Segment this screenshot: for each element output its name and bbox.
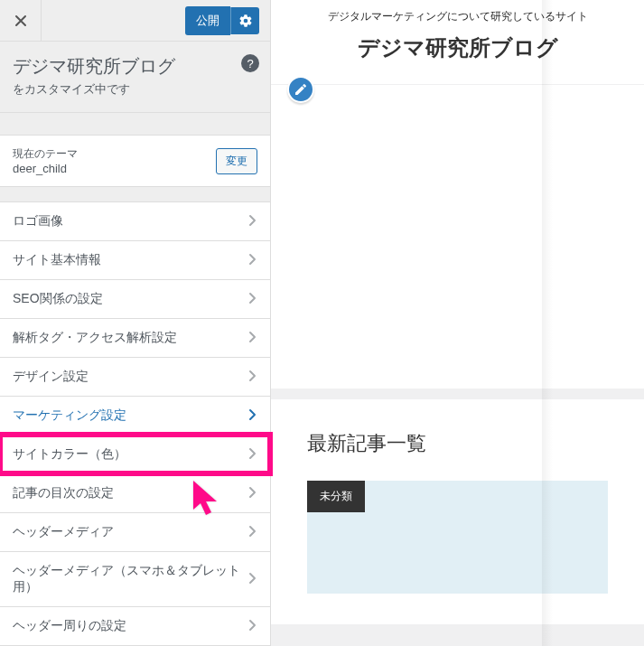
publish-button[interactable]: 公開 xyxy=(185,6,230,35)
preview-header: デジタルマーケティングについて研究しているサイト デジマ研究所ブログ xyxy=(271,0,644,85)
chevron-right-icon xyxy=(248,447,257,463)
menu-item-9[interactable]: ヘッダーメディア（スマホ＆タブレット用） xyxy=(0,551,270,606)
chevron-right-icon xyxy=(248,486,257,501)
panel-subtitle: をカスタマイズ中です xyxy=(13,81,259,98)
pencil-icon xyxy=(294,82,308,97)
chevron-right-icon xyxy=(248,214,257,229)
customizer-menu: ロゴ画像サイト基本情報SEO関係の設定解析タグ・アクセス解析設定デザイン設定マー… xyxy=(0,201,270,646)
menu-item-label: ヘッダーメディア（スマホ＆タブレット用） xyxy=(13,563,248,595)
chevron-right-icon xyxy=(248,370,257,385)
publish-settings-button[interactable] xyxy=(230,7,259,34)
theme-row: 現在のテーマ deer_child 変更 xyxy=(0,135,270,187)
menu-item-7[interactable]: 記事の目次の設定 xyxy=(0,473,270,512)
customizer-topbar: 公開 xyxy=(0,0,270,42)
menu-item-label: ヘッダーメディア xyxy=(13,524,114,540)
chevron-right-icon xyxy=(248,525,257,540)
chevron-right-icon xyxy=(248,408,257,424)
chevron-right-icon xyxy=(248,253,257,268)
menu-item-label: サイトカラー（色） xyxy=(13,446,126,463)
menu-item-4[interactable]: デザイン設定 xyxy=(0,357,270,396)
menu-item-label: 記事の目次の設定 xyxy=(13,485,114,501)
panel-title-block: デジマ研究所ブログ をカスタマイズ中です ? xyxy=(0,42,270,113)
edit-shortcut-button[interactable] xyxy=(287,76,314,103)
gear-icon xyxy=(238,14,253,28)
help-button[interactable]: ? xyxy=(241,54,259,72)
close-button[interactable] xyxy=(0,0,42,42)
preview-site-title: デジマ研究所ブログ xyxy=(280,30,635,66)
menu-item-label: SEO関係の設定 xyxy=(13,291,103,307)
menu-item-label: ロゴ画像 xyxy=(13,213,63,229)
menu-item-label: 解析タグ・アクセス解析設定 xyxy=(13,330,177,346)
preview-content: 最新記事一覧 未分類 xyxy=(271,399,644,624)
menu-item-10[interactable]: ヘッダー周りの設定 xyxy=(0,606,270,646)
chevron-right-icon xyxy=(248,619,257,634)
menu-item-3[interactable]: 解析タグ・アクセス解析設定 xyxy=(0,318,270,357)
theme-label: 現在のテーマ xyxy=(13,146,78,162)
chevron-right-icon xyxy=(248,292,257,307)
menu-item-2[interactable]: SEO関係の設定 xyxy=(0,279,270,318)
menu-item-0[interactable]: ロゴ画像 xyxy=(0,201,270,240)
change-theme-button[interactable]: 変更 xyxy=(216,148,257,174)
category-badge[interactable]: 未分類 xyxy=(307,481,365,512)
menu-item-6[interactable]: サイトカラー（色） xyxy=(0,435,270,473)
preview-tagline: デジタルマーケティングについて研究しているサイト xyxy=(280,5,635,30)
theme-name: deer_child xyxy=(13,162,78,175)
chevron-right-icon xyxy=(248,572,257,587)
post-card[interactable]: 未分類 xyxy=(307,481,608,594)
menu-item-label: マーケティング設定 xyxy=(13,407,126,424)
menu-item-8[interactable]: ヘッダーメディア xyxy=(0,512,270,551)
menu-item-label: ヘッダー周りの設定 xyxy=(13,618,126,634)
menu-item-5[interactable]: マーケティング設定 xyxy=(0,396,270,435)
preview-pane: デジタルマーケティングについて研究しているサイト デジマ研究所ブログ 最新記事一… xyxy=(271,0,644,646)
menu-item-label: サイト基本情報 xyxy=(13,252,101,268)
latest-posts-heading: 最新記事一覧 xyxy=(307,430,608,457)
close-icon xyxy=(14,14,28,28)
site-title: デジマ研究所ブログ xyxy=(13,54,259,78)
chevron-right-icon xyxy=(248,331,257,346)
menu-item-1[interactable]: サイト基本情報 xyxy=(0,240,270,279)
menu-item-label: デザイン設定 xyxy=(13,369,89,385)
